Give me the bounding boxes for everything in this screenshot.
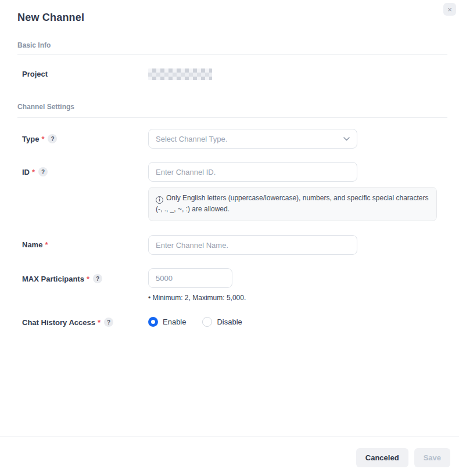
required-asterisk: * bbox=[87, 275, 89, 283]
info-icon: i bbox=[156, 196, 163, 204]
radio-circle-icon bbox=[148, 317, 158, 327]
radio-enable[interactable]: Enable bbox=[148, 317, 186, 327]
required-asterisk: * bbox=[41, 135, 44, 143]
section-header-channel-settings: Channel Settings bbox=[17, 103, 74, 111]
max-participants-label-text: MAX Participants bbox=[22, 275, 84, 283]
section-header-basic-info: Basic Info bbox=[17, 41, 51, 49]
id-label-text: ID bbox=[22, 168, 30, 176]
name-label: Name * bbox=[22, 240, 48, 249]
max-participants-label: MAX Participants * ? bbox=[22, 274, 102, 283]
footer-divider bbox=[0, 437, 459, 437]
project-value-redacted bbox=[148, 68, 212, 80]
help-icon[interactable]: ? bbox=[93, 274, 102, 283]
radio-enable-label: Enable bbox=[163, 318, 186, 326]
required-asterisk: * bbox=[45, 240, 48, 249]
cancel-button[interactable]: Canceled bbox=[356, 448, 408, 467]
divider bbox=[17, 117, 447, 118]
type-label: Type * ? bbox=[22, 134, 57, 143]
max-participants-note: • Minimum: 2, Maximum: 5,000. bbox=[148, 294, 246, 302]
project-label: Project bbox=[22, 70, 48, 78]
close-icon[interactable]: × bbox=[443, 3, 456, 16]
radio-disable-label: Disable bbox=[217, 318, 242, 326]
id-label: ID * ? bbox=[22, 167, 48, 176]
new-channel-modal: × New Channel Basic Info Project Channel… bbox=[0, 0, 459, 476]
chevron-down-icon bbox=[343, 137, 350, 141]
project-label-text: Project bbox=[22, 70, 48, 78]
channel-name-input[interactable] bbox=[148, 235, 357, 255]
footer-buttons: Canceled Save bbox=[356, 448, 450, 467]
radio-disable[interactable]: Disable bbox=[202, 317, 242, 327]
type-label-text: Type bbox=[22, 135, 39, 143]
save-button[interactable]: Save bbox=[414, 448, 450, 467]
max-participants-input[interactable] bbox=[148, 268, 232, 288]
required-asterisk: * bbox=[98, 318, 101, 327]
page-title: New Channel bbox=[17, 12, 84, 24]
help-icon[interactable]: ? bbox=[48, 134, 57, 143]
channel-id-input[interactable] bbox=[148, 162, 357, 182]
radio-circle-icon bbox=[202, 317, 212, 327]
id-info-box: iOnly English letters (uppercase/lowerca… bbox=[148, 187, 437, 221]
chat-history-access-radio-group: Enable Disable bbox=[148, 317, 242, 327]
channel-type-placeholder: Select Channel Type. bbox=[156, 135, 227, 143]
required-asterisk: * bbox=[32, 168, 35, 176]
divider bbox=[17, 54, 447, 55]
channel-type-select[interactable]: Select Channel Type. bbox=[148, 129, 357, 149]
name-label-text: Name bbox=[22, 240, 42, 249]
id-info-text: Only English letters (uppercase/lowercas… bbox=[156, 194, 429, 213]
chat-history-access-label: Chat History Access * ? bbox=[22, 318, 113, 327]
help-icon[interactable]: ? bbox=[104, 318, 113, 327]
chat-history-access-label-text: Chat History Access bbox=[22, 318, 95, 327]
help-icon[interactable]: ? bbox=[38, 167, 48, 176]
